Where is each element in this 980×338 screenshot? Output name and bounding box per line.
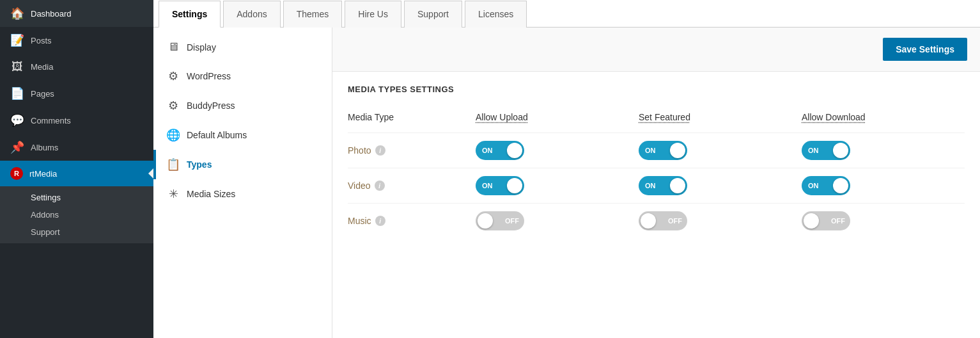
video-info-icon[interactable]: i — [375, 181, 385, 191]
music-allow-upload-toggle[interactable]: OFF — [476, 211, 524, 230]
photo-set-featured-toggle-wrap: ON — [639, 141, 802, 160]
video-set-featured-toggle-wrap: ON — [639, 176, 802, 195]
nav-label: BuddyPress — [187, 101, 235, 111]
tab-addons[interactable]: Addons — [223, 1, 280, 28]
rtmedia-icon: R — [10, 167, 23, 180]
photo-set-featured-label: ON — [645, 147, 656, 154]
video-set-featured-toggle[interactable]: ON — [639, 176, 687, 195]
photo-info-icon[interactable]: i — [375, 145, 385, 156]
video-allow-upload-toggle[interactable]: ON — [476, 176, 524, 195]
content-area: 🖥 Display ⚙ WordPress ⚙ BuddyPress 🌐 Def… — [153, 28, 980, 338]
sidebar-item-label: Posts — [31, 36, 52, 45]
video-set-featured-label: ON — [645, 182, 656, 189]
music-allow-download-toggle[interactable]: OFF — [802, 211, 850, 230]
music-allow-upload-toggle-wrap: OFF — [476, 211, 639, 230]
video-allow-upload-label: ON — [482, 182, 493, 189]
col-header-allow-upload: Allow Upload — [476, 112, 639, 122]
sidebar-item-dashboard[interactable]: 🏠 Dashboard — [0, 0, 153, 27]
sidebar-item-label: Dashboard — [31, 9, 72, 19]
music-allow-upload-label: OFF — [505, 217, 519, 225]
sidebar-item-label: Comments — [31, 116, 71, 125]
video-allow-download-knob — [833, 178, 848, 193]
music-set-featured-label: OFF — [668, 217, 682, 225]
sidebar-item-albums[interactable]: 📌 Albums — [0, 134, 153, 161]
music-label: Music — [348, 216, 371, 226]
settings-panel: Save Settings MEDIA TYPES SETTINGS Media… — [332, 28, 980, 338]
nav-label: Display — [187, 42, 216, 52]
music-set-featured-knob — [641, 213, 656, 229]
video-allow-upload-knob — [507, 178, 522, 193]
posts-icon: 📝 — [10, 33, 24, 47]
media-types-section: MEDIA TYPES SETTINGS Media Type Allow Up… — [332, 72, 980, 251]
sidebar-sub-item-addons[interactable]: Addons — [0, 206, 153, 223]
sidebar-item-posts[interactable]: 📝 Posts — [0, 27, 153, 54]
photo-allow-upload-toggle[interactable]: ON — [476, 141, 524, 160]
video-allow-download-toggle-wrap: ON — [802, 176, 965, 195]
tab-support[interactable]: Support — [404, 1, 462, 28]
buddypress-icon: ⚙ — [166, 99, 180, 113]
default-albums-icon: 🌐 — [166, 128, 180, 142]
table-row: Photo i ON ON — [348, 133, 965, 168]
types-icon: 📋 — [166, 157, 180, 172]
col-header-allow-download: Allow Download — [802, 112, 965, 122]
media-icon: 🖼 — [10, 60, 24, 74]
video-allow-download-toggle[interactable]: ON — [802, 176, 850, 195]
save-settings-button[interactable]: Save Settings — [883, 38, 967, 61]
settings-nav-display[interactable]: 🖥 Display — [153, 33, 332, 61]
section-title: MEDIA TYPES SETTINGS — [348, 84, 965, 94]
wordpress-icon: ⚙ — [166, 69, 180, 83]
music-allow-download-toggle-wrap: OFF — [802, 211, 965, 230]
settings-nav-buddypress[interactable]: ⚙ BuddyPress — [153, 91, 332, 120]
sidebar-item-label: Pages — [31, 89, 54, 99]
media-type-music: Music i — [348, 216, 476, 226]
tab-settings[interactable]: Settings — [159, 1, 221, 28]
music-allow-download-label: OFF — [831, 217, 845, 225]
sidebar-item-pages[interactable]: 📄 Pages — [0, 80, 153, 107]
photo-set-featured-toggle[interactable]: ON — [639, 141, 687, 160]
sidebar-item-label: Albums — [31, 143, 58, 152]
sidebar-item-label: Media — [31, 62, 53, 72]
settings-nav-media-sizes[interactable]: ✳ Media Sizes — [153, 179, 332, 209]
sidebar: 🏠 Dashboard 📝 Posts 🖼 Media 📄 Pages 💬 Co… — [0, 0, 153, 338]
media-type-photo: Photo i — [348, 145, 476, 156]
table-row: Music i OFF OFF — [348, 203, 965, 238]
sidebar-item-media[interactable]: 🖼 Media — [0, 54, 153, 80]
music-set-featured-toggle[interactable]: OFF — [639, 211, 687, 230]
photo-allow-upload-knob — [507, 143, 522, 158]
albums-icon: 📌 — [10, 140, 24, 154]
photo-allow-download-toggle-wrap: ON — [802, 141, 965, 160]
table-header: Media Type Allow Upload Set Featured All… — [348, 107, 965, 127]
photo-label: Photo — [348, 145, 371, 156]
tab-hire-us[interactable]: Hire Us — [345, 1, 401, 28]
dashboard-icon: 🏠 — [10, 6, 24, 20]
video-label: Video — [348, 181, 371, 191]
sidebar-item-rtmedia[interactable]: R rtMedia — [0, 161, 153, 186]
sidebar-item-comments[interactable]: 💬 Comments — [0, 107, 153, 134]
sidebar-submenu: Settings Addons Support — [0, 186, 153, 243]
settings-nav: 🖥 Display ⚙ WordPress ⚙ BuddyPress 🌐 Def… — [153, 28, 332, 338]
photo-allow-download-toggle[interactable]: ON — [802, 141, 850, 160]
pages-icon: 📄 — [10, 86, 24, 101]
display-icon: 🖥 — [166, 40, 180, 54]
col-header-set-featured: Set Featured — [639, 112, 802, 122]
video-allow-download-label: ON — [808, 182, 819, 189]
tab-licenses[interactable]: Licenses — [465, 1, 527, 28]
sidebar-sub-item-support[interactable]: Support — [0, 223, 153, 241]
photo-set-featured-knob — [670, 143, 685, 158]
settings-nav-default-albums[interactable]: 🌐 Default Albums — [153, 120, 332, 150]
media-sizes-icon: ✳ — [166, 187, 180, 201]
settings-nav-types[interactable]: 📋 Types — [153, 150, 332, 179]
nav-label: Default Albums — [187, 130, 247, 140]
music-allow-download-knob — [804, 213, 819, 229]
photo-allow-download-label: ON — [808, 147, 819, 154]
video-allow-upload-toggle-wrap: ON — [476, 176, 639, 195]
sidebar-sub-item-settings[interactable]: Settings — [0, 189, 153, 206]
music-set-featured-toggle-wrap: OFF — [639, 211, 802, 230]
main-content: Settings Addons Themes Hire Us Support L… — [153, 0, 980, 338]
music-info-icon[interactable]: i — [375, 216, 385, 226]
settings-nav-wordpress[interactable]: ⚙ WordPress — [153, 61, 332, 91]
nav-label: WordPress — [187, 71, 231, 81]
comments-icon: 💬 — [10, 113, 24, 127]
tab-themes[interactable]: Themes — [283, 1, 343, 28]
photo-allow-upload-toggle-wrap: ON — [476, 141, 639, 160]
